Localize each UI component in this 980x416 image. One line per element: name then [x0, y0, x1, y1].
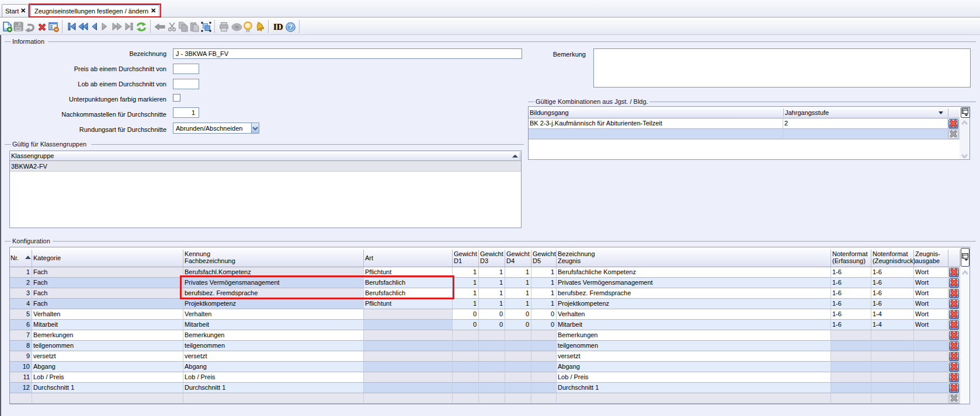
svg-text:?: ? [289, 23, 293, 30]
